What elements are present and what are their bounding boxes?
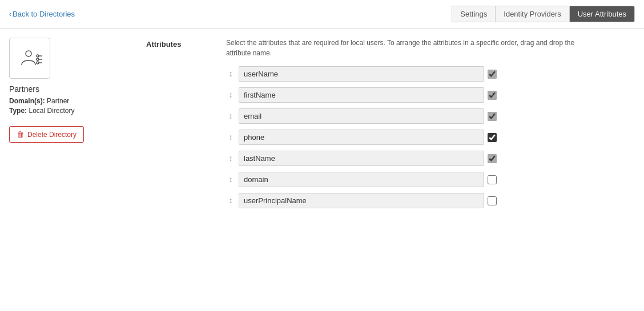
drag-handle-icon[interactable]: ↕ [226, 114, 235, 119]
delete-label: Delete Directory [27, 131, 77, 139]
attribute-checkbox[interactable] [488, 154, 497, 163]
attribute-checkbox[interactable] [488, 133, 497, 142]
tab-user-attributes[interactable]: User Attributes [570, 6, 634, 22]
domain-value: Partner [47, 97, 69, 105]
attribute-row: ↕ [226, 172, 635, 187]
attribute-input [239, 87, 484, 103]
drag-handle-icon[interactable]: ↕ [226, 156, 235, 161]
attribute-row: ↕ [226, 130, 635, 145]
attribute-row: ↕ [226, 193, 635, 208]
domain-meta: Domain(s): Partner [9, 97, 123, 105]
attribute-row: ↕ [226, 66, 635, 82]
attribute-checkbox[interactable] [488, 70, 497, 79]
type-label: Type: [9, 107, 27, 115]
drag-handle-icon[interactable]: ↕ [226, 92, 235, 98]
attributes-section: Select the attributes that are required … [226, 38, 635, 214]
attribute-input [239, 193, 484, 208]
attribute-checkbox[interactable] [488, 196, 497, 205]
header: ‹ Back to Directories Settings Identity … [0, 0, 644, 29]
attribute-row: ↕ [226, 151, 635, 166]
back-link-label: Back to Directories [13, 10, 75, 18]
svg-point-0 [26, 51, 31, 56]
drag-handle-icon[interactable]: ↕ [226, 71, 235, 77]
tab-settings[interactable]: Settings [452, 6, 496, 22]
attribute-row: ↕ [226, 87, 635, 103]
attribute-input [239, 66, 484, 82]
back-chevron-icon: ‹ [9, 10, 11, 18]
attribute-input [239, 172, 484, 187]
attribute-input [239, 130, 484, 145]
back-link[interactable]: ‹ Back to Directories [9, 10, 75, 18]
delete-directory-button[interactable]: 🗑 Delete Directory [9, 126, 84, 143]
main-layout: Partners Domain(s): Partner Type: Local … [0, 29, 644, 223]
type-value: Local Directory [29, 107, 74, 115]
attribute-list: ↕↕↕↕↕↕↕ [226, 66, 635, 208]
content-area: Attributes Select the attributes that ar… [123, 38, 635, 214]
tab-identity-providers[interactable]: Identity Providers [496, 6, 569, 22]
sidebar: Partners Domain(s): Partner Type: Local … [9, 38, 123, 214]
content-inner: Attributes Select the attributes that ar… [146, 38, 635, 214]
description-text: Select the attributes that are required … [226, 38, 580, 58]
domain-label: Domain(s): [9, 97, 45, 105]
type-meta: Type: Local Directory [9, 107, 123, 115]
attribute-input [239, 151, 484, 166]
drag-handle-icon[interactable]: ↕ [226, 135, 235, 140]
directory-name: Partners [9, 84, 123, 94]
trash-icon: 🗑 [17, 130, 24, 139]
section-label: Attributes [146, 38, 203, 214]
drag-handle-icon[interactable]: ↕ [226, 198, 235, 204]
drag-handle-icon[interactable]: ↕ [226, 177, 235, 183]
attribute-checkbox[interactable] [488, 91, 497, 100]
directory-icon [9, 38, 50, 79]
attribute-checkbox[interactable] [488, 112, 497, 121]
attribute-input [239, 108, 484, 124]
attribute-checkbox[interactable] [488, 175, 497, 184]
tab-group: Settings Identity Providers User Attribu… [452, 6, 635, 22]
attribute-row: ↕ [226, 108, 635, 124]
